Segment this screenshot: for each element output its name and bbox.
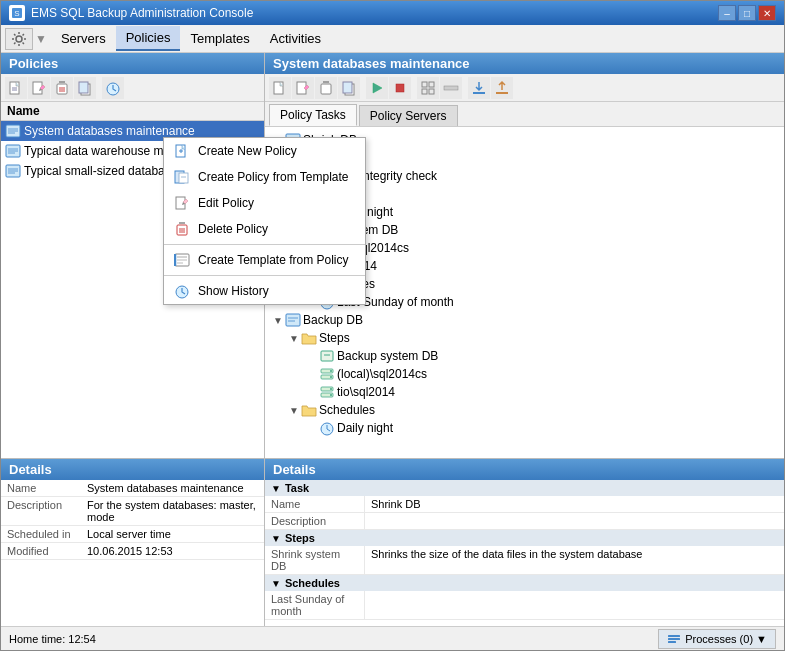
- schedule-icon: [319, 420, 335, 436]
- minimize-button[interactable]: –: [718, 5, 736, 21]
- cell-value: [365, 513, 784, 529]
- table-row: Description For the system databases: ma…: [1, 497, 264, 526]
- context-menu: Create New Policy Create Policy from Tem…: [163, 137, 366, 305]
- menu-policies[interactable]: Policies: [116, 26, 181, 51]
- copy-policy-btn[interactable]: [74, 77, 96, 99]
- maximize-button[interactable]: □: [738, 5, 756, 21]
- svg-rect-63: [286, 314, 300, 326]
- gear-menu[interactable]: [5, 28, 33, 50]
- tab-policy-tasks[interactable]: Policy Tasks: [269, 104, 357, 126]
- tabs-bar: Policy Tasks Policy Servers: [265, 102, 784, 127]
- task-import-btn[interactable]: [491, 77, 513, 99]
- details-row: Shrink system DB Shrinks the size of the…: [265, 546, 784, 575]
- create-from-template-icon: [172, 169, 192, 185]
- details-left-panel: Details Name System databases maintenanc…: [1, 459, 265, 626]
- window-title: EMS SQL Backup Administration Console: [31, 6, 718, 20]
- row-label: Name: [1, 480, 81, 497]
- section-toggle[interactable]: ▼: [271, 533, 281, 544]
- row-value: 10.06.2015 12:53: [81, 543, 264, 560]
- ctx-delete-policy[interactable]: Delete Policy: [164, 216, 365, 242]
- steps-section: ▼ Steps Shrink system DB Shrinks the siz…: [265, 530, 784, 575]
- svg-marker-33: [373, 83, 382, 93]
- svg-point-71: [330, 376, 332, 378]
- app-icon: S: [9, 5, 25, 21]
- ctx-edit-policy[interactable]: Edit Policy: [164, 190, 365, 216]
- tab-policy-servers[interactable]: Policy Servers: [359, 105, 458, 126]
- tree-node[interactable]: tio\sql2014: [265, 383, 784, 401]
- processes-button[interactable]: Processes (0) ▼: [658, 629, 776, 649]
- ctx-label: Edit Policy: [198, 196, 254, 210]
- expand-icon[interactable]: ▼: [287, 331, 301, 345]
- cell-value: [365, 591, 784, 619]
- svg-rect-34: [396, 84, 404, 92]
- ctx-separator: [164, 275, 365, 276]
- row-value: Local server time: [81, 526, 264, 543]
- task-stop-btn[interactable]: [389, 77, 411, 99]
- svg-rect-41: [496, 92, 508, 94]
- tree-node[interactable]: (local)\sql2014cs: [265, 365, 784, 383]
- table-row: Modified 10.06.2015 12:53: [1, 543, 264, 560]
- menu-servers[interactable]: Servers: [51, 27, 116, 50]
- task-section: ▼ Task Name Shrink DB Description: [265, 480, 784, 530]
- svg-rect-77: [668, 635, 680, 637]
- expand-icon[interactable]: ▼: [287, 403, 301, 417]
- menu-templates[interactable]: Templates: [180, 27, 259, 50]
- new-policy-btn[interactable]: [5, 77, 27, 99]
- cell-label: Last Sunday of month: [265, 591, 365, 619]
- cell-value: Shrink DB: [365, 496, 784, 512]
- status-right: Processes (0) ▼: [658, 629, 776, 649]
- tasks-header: System databases maintenance: [265, 53, 784, 74]
- cell-label: Description: [265, 513, 365, 529]
- window-controls: – □ ✕: [718, 5, 776, 21]
- history-icon: [172, 283, 192, 299]
- task-collapse-btn[interactable]: [440, 77, 462, 99]
- tree-node[interactable]: ▼ Schedules: [265, 401, 784, 419]
- expand-icon[interactable]: ▼: [271, 313, 285, 327]
- node-label: Daily night: [337, 421, 393, 435]
- svg-rect-78: [668, 638, 680, 640]
- task-edit-btn[interactable]: [292, 77, 314, 99]
- folder-icon: [301, 402, 317, 418]
- task-section-header: ▼ Task: [265, 480, 784, 496]
- task-run-btn[interactable]: [366, 77, 388, 99]
- details-right-panel: Details ▼ Task Name Shrink DB Descriptio…: [265, 459, 784, 626]
- ctx-label: Delete Policy: [198, 222, 268, 236]
- task-export-btn[interactable]: [468, 77, 490, 99]
- ctx-show-history[interactable]: Show History: [164, 278, 365, 304]
- svg-point-74: [330, 388, 332, 390]
- node-label: Backup system DB: [337, 349, 438, 363]
- policy-icon: [5, 163, 21, 179]
- main-content: Policies N: [1, 53, 784, 458]
- step-icon: [319, 348, 335, 364]
- task-expand-btn[interactable]: [417, 77, 439, 99]
- server-icon: [319, 366, 335, 382]
- schedules-section: ▼ Schedules Last Sunday of month: [265, 575, 784, 620]
- history-btn[interactable]: [102, 77, 124, 99]
- close-button[interactable]: ✕: [758, 5, 776, 21]
- policy-icon: [5, 143, 21, 159]
- task-new-btn[interactable]: [269, 77, 291, 99]
- row-value: For the system databases: master, mode: [81, 497, 264, 526]
- task-copy-btn[interactable]: [338, 77, 360, 99]
- edit-policy-btn[interactable]: [28, 77, 50, 99]
- node-label: Backup DB: [303, 313, 363, 327]
- details-right-header: Details: [265, 459, 784, 480]
- section-toggle[interactable]: ▼: [271, 483, 281, 494]
- section-label: Schedules: [285, 577, 340, 589]
- ctx-create-from-template[interactable]: Create Policy from Template: [164, 164, 365, 190]
- section-toggle[interactable]: ▼: [271, 578, 281, 589]
- menu-activities[interactable]: Activities: [260, 27, 331, 50]
- tasks-toolbar: [265, 74, 784, 102]
- svg-point-70: [330, 370, 332, 372]
- tree-node[interactable]: Daily night: [265, 419, 784, 437]
- node-label: Steps: [319, 331, 350, 345]
- tree-node[interactable]: ▼ Backup DB: [265, 311, 784, 329]
- delete-policy-btn[interactable]: [51, 77, 73, 99]
- ctx-create-new[interactable]: Create New Policy: [164, 138, 365, 164]
- details-left-header: Details: [1, 459, 264, 480]
- ctx-create-template[interactable]: Create Template from Policy: [164, 247, 365, 273]
- tree-node[interactable]: ▼ Steps: [265, 329, 784, 347]
- task-delete-btn[interactable]: [315, 77, 337, 99]
- tree-node[interactable]: Backup system DB: [265, 347, 784, 365]
- node-label: tio\sql2014: [337, 385, 395, 399]
